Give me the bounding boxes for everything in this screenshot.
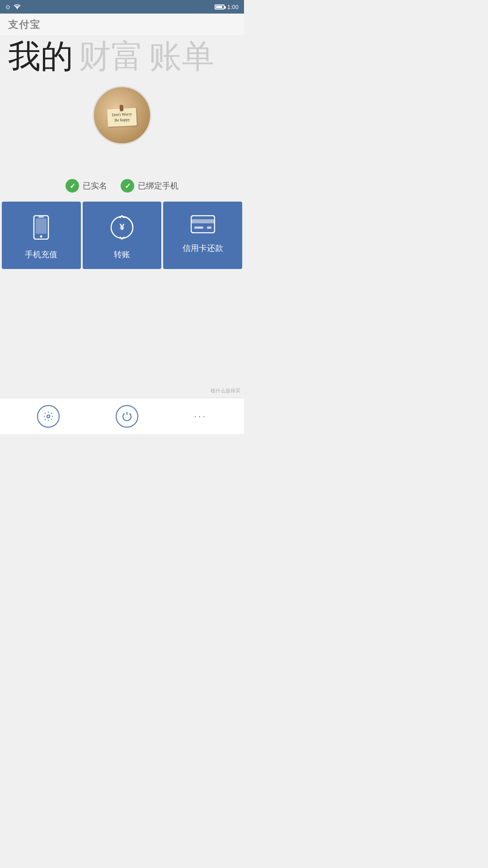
- badge-realname-label: 已实名: [83, 180, 107, 191]
- sim-icon: ⊙: [5, 4, 10, 10]
- note-card: Don't Worry Be happy: [107, 108, 137, 127]
- check-icon-phone: ✓: [121, 179, 134, 193]
- svg-rect-10: [207, 226, 211, 229]
- badge-phone-label: 已绑定手机: [138, 180, 178, 191]
- clothespin-icon: [120, 105, 124, 111]
- more-button[interactable]: ···: [194, 411, 207, 421]
- credit-card-button[interactable]: 信用卡还款: [163, 202, 242, 269]
- watermark-text: 植什么值得买: [211, 387, 240, 394]
- verification-section: ✓ 已实名 ✓ 已绑定手机: [0, 172, 244, 202]
- settings-button[interactable]: [37, 405, 60, 428]
- wifi-icon: [13, 3, 21, 11]
- badge-phone: ✓ 已绑定手机: [121, 179, 178, 193]
- transfer-label: 转账: [114, 249, 130, 260]
- avatar-inner: Don't Worry Be happy: [94, 87, 150, 143]
- svg-rect-2: [36, 218, 47, 234]
- bottom-bar: ···: [0, 398, 244, 434]
- svg-point-11: [47, 415, 50, 418]
- mobile-recharge-button[interactable]: 手机充值: [2, 202, 81, 269]
- avatar-section: Don't Worry Be happy: [0, 72, 244, 154]
- svg-point-3: [40, 236, 42, 238]
- power-button[interactable]: [116, 405, 138, 428]
- app-logo: 支付宝: [8, 19, 41, 30]
- actions-section: 手机充值 ¥ 转账 信用卡还款: [0, 202, 244, 269]
- svg-rect-4: [38, 217, 44, 217]
- svg-rect-8: [191, 219, 215, 223]
- main-title-section: 我的 财富 账单: [0, 35, 244, 72]
- transfer-button[interactable]: ¥ 转账: [83, 202, 162, 269]
- yuan-circle-icon: ¥: [110, 215, 134, 243]
- phone-icon: [31, 215, 51, 243]
- status-bar: ⊙ 1:00: [0, 0, 244, 14]
- content-spacer: [0, 269, 244, 323]
- title-part1: 我的: [8, 40, 73, 72]
- svg-rect-9: [194, 226, 203, 229]
- title-part3: 账单: [149, 40, 214, 72]
- svg-point-0: [17, 8, 18, 9]
- svg-text:¥: ¥: [119, 222, 125, 232]
- card-icon: [191, 215, 215, 236]
- battery-icon: [215, 5, 225, 9]
- status-left-icons: ⊙: [5, 3, 21, 11]
- credit-card-label: 信用卡还款: [183, 243, 223, 254]
- spacer-1: [0, 154, 244, 172]
- time-display: 1:00: [227, 4, 239, 10]
- title-part2: 财富: [79, 40, 144, 72]
- avatar[interactable]: Don't Worry Be happy: [93, 86, 151, 145]
- status-right-icons: 1:00: [215, 4, 239, 10]
- app-header: 支付宝: [0, 14, 244, 35]
- note-text-line2: Be happy: [112, 117, 132, 123]
- check-icon-realname: ✓: [66, 179, 79, 193]
- svg-rect-7: [191, 216, 215, 233]
- badge-real-name: ✓ 已实名: [66, 179, 107, 193]
- mobile-recharge-label: 手机充值: [25, 249, 57, 260]
